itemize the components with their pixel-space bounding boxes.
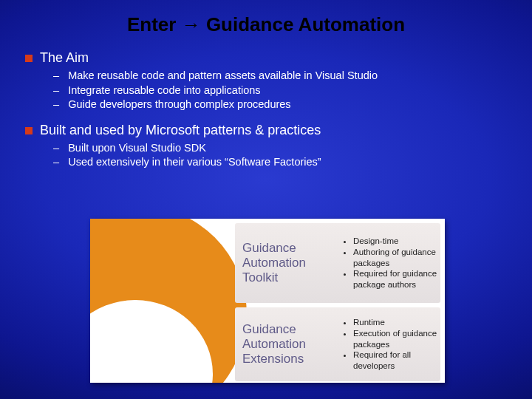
- panel-item: Authoring of guidance packages: [353, 247, 437, 269]
- diagram-panel-extensions: Guidance Automation Extensions Runtime E…: [235, 307, 440, 381]
- sub-item: Built upon Visual Studio SDK: [53, 141, 507, 156]
- slide: Enter → Guidance Automation The Aim Make…: [0, 0, 532, 399]
- slide-title: Enter → Guidance Automation: [0, 13, 532, 36]
- square-bullet-icon: [25, 127, 33, 134]
- panel-title: Guidance Automation Toolkit: [242, 241, 334, 285]
- sub-item: Integrate reusable code into application…: [53, 83, 507, 98]
- bullet-text: Built and used by Microsoft patterns & p…: [40, 123, 321, 138]
- panel-item: Execution of guidance packages: [353, 328, 437, 350]
- panel-item: Design-time: [353, 236, 437, 247]
- square-bullet-icon: [25, 55, 33, 62]
- panel-title: Guidance Automation Extensions: [242, 322, 334, 366]
- panel-list: Runtime Execution of guidance packages R…: [334, 317, 437, 372]
- sub-item: Make reusable code and pattern assets av…: [53, 69, 507, 83]
- bullet-text: The Aim: [40, 50, 89, 66]
- slide-body: The Aim Make reusable code and pattern a…: [25, 47, 507, 180]
- panel-item: Required for guidance package authors: [353, 268, 437, 290]
- sub-item: Used extensively in their various “Softw…: [53, 155, 507, 170]
- sub-list: Built upon Visual Studio SDK Used extens…: [53, 141, 507, 170]
- panel-item: Runtime: [353, 317, 437, 328]
- diagram: Guidance Automation Toolkit Design-time …: [90, 219, 445, 383]
- bullet-aim: The Aim Make reusable code and pattern a…: [25, 50, 507, 112]
- bullet-built-by: Built and used by Microsoft patterns & p…: [25, 123, 507, 170]
- sub-item: Guide developers through complex procedu…: [53, 98, 507, 112]
- sub-list: Make reusable code and pattern assets av…: [53, 69, 507, 112]
- diagram-panel-toolkit: Guidance Automation Toolkit Design-time …: [235, 223, 440, 303]
- panel-item: Required for all developers: [353, 349, 437, 372]
- panel-list: Design-time Authoring of guidance packag…: [334, 236, 437, 291]
